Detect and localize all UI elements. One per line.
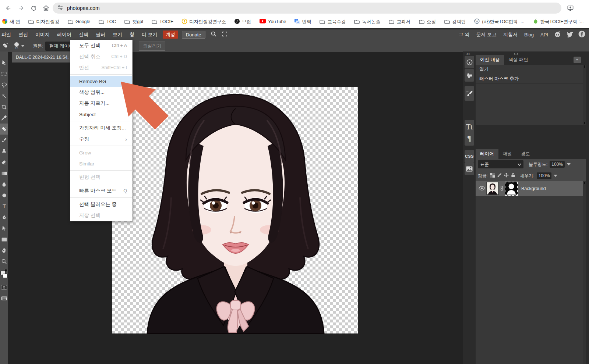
menu-window[interactable]: 창 [126, 29, 138, 40]
shape-tool[interactable] [0, 234, 8, 245]
css-panel-button[interactable]: CSS [465, 150, 474, 163]
menu-item-invert[interactable]: 반전Shift+Ctrl + I [70, 62, 132, 73]
menu-edit[interactable]: 편집 [15, 29, 32, 40]
layer-visibility-icon[interactable] [479, 186, 485, 192]
bookmark-folder[interactable]: 독서논술 [354, 19, 380, 25]
info-panel-button[interactable] [465, 56, 474, 68]
history-panel-menu-icon[interactable]: ≡ [574, 57, 581, 63]
revert-button[interactable]: 되살리기 [139, 42, 165, 51]
document-tab[interactable]: DALL·E 2024-02-21 16.54. [12, 52, 73, 63]
tab-paths[interactable]: 경로 [516, 149, 535, 159]
bookmark-item[interactable]: 브런 [234, 19, 251, 25]
menu-other[interactable]: 그 외 [455, 31, 473, 38]
menu-item-subject[interactable]: Subject [70, 109, 132, 120]
history-entry[interactable]: 래스터 마스크 추가 [476, 74, 586, 84]
text-panels-button[interactable]: Tt ¶ [465, 120, 474, 146]
brush-size-caret-icon[interactable] [21, 45, 25, 47]
search-icon[interactable] [211, 31, 217, 38]
zoom-tool[interactable] [0, 256, 8, 267]
bookmark-folder[interactable]: 디자인씽킹 [28, 19, 59, 25]
dodge-tool[interactable] [0, 190, 8, 201]
bookmark-item[interactable]: W (사)한국TOC협회 -... [474, 18, 524, 25]
hand-tool[interactable] [0, 245, 8, 256]
menu-item-refine-edge[interactable]: 가장자리 미세 조정... [70, 122, 132, 133]
history-entry[interactable]: 열기 [476, 65, 586, 74]
menu-report[interactable]: 문제 보고 [473, 31, 500, 38]
save-to-device-icon[interactable] [564, 2, 576, 14]
bookmark-item[interactable]: YouTube [260, 19, 286, 25]
eyedropper-tool[interactable] [0, 113, 8, 124]
bookmark-folder[interactable]: TOCfE [152, 19, 173, 24]
url-text[interactable]: photopea.com [67, 5, 100, 11]
layer-thumbnail[interactable] [487, 182, 498, 196]
fill-caret-icon[interactable] [554, 175, 557, 177]
layer-name[interactable]: Background [521, 186, 546, 191]
bookmark-folder[interactable]: Google [68, 19, 90, 24]
canvas[interactable] [112, 87, 358, 333]
facebook-icon[interactable] [578, 31, 585, 39]
layer-mask-thumbnail[interactable] [505, 182, 518, 196]
menu-api[interactable]: API [537, 32, 551, 38]
screenshot-icon[interactable] [0, 282, 8, 293]
gradient-tool[interactable] [0, 168, 8, 179]
donate-button[interactable]: Donate [182, 31, 205, 39]
menu-view[interactable]: 보기 [109, 29, 126, 40]
site-info-icon[interactable] [57, 4, 63, 12]
opacity-caret-icon[interactable] [567, 163, 571, 165]
menu-item-deselect[interactable]: 선택 취소Ctrl + D [70, 51, 132, 62]
bookmark-item[interactable]: 한국TOCfE연구회 :... [533, 18, 584, 25]
edit-brush-panel-button[interactable] [465, 86, 474, 101]
crop-tool[interactable] [0, 101, 8, 113]
magic-wand-tool[interactable] [0, 90, 8, 101]
bookmark-folder[interactable]: 교육수강 [320, 19, 346, 25]
lock-all-icon[interactable] [511, 173, 515, 179]
tab-history[interactable]: 이전 내용 [476, 55, 504, 65]
character-panel-icon[interactable]: Tt [466, 123, 473, 131]
fill-value[interactable]: 100% [537, 172, 552, 179]
adjustments-panel-button[interactable] [465, 69, 474, 82]
tab-layers[interactable]: 레이어 [476, 149, 498, 159]
path-select-tool[interactable] [0, 223, 8, 234]
bookmark-item[interactable]: 새 탭 [2, 19, 20, 25]
image-panel-button[interactable] [465, 163, 474, 175]
brush-size-widget[interactable]: 15 [14, 42, 20, 50]
opacity-value[interactable]: 100% [550, 161, 565, 168]
bookmark-folder[interactable]: 강의팁 [444, 19, 466, 25]
history-scrollbar[interactable] [583, 65, 586, 125]
menu-item-color-range[interactable]: 색상 범위... [70, 87, 132, 98]
menu-item-save-selection[interactable]: 저장 선택 [70, 210, 132, 221]
tab-channels[interactable]: 채널 [498, 149, 516, 159]
menu-file[interactable]: 파일 [0, 29, 15, 40]
menu-item-transform-selection[interactable]: 변형 선택 [70, 172, 132, 183]
menu-filter[interactable]: 필터 [92, 29, 109, 40]
color-swatches[interactable] [0, 267, 8, 282]
blend-mode-select[interactable]: 표준 [478, 160, 523, 168]
account-button[interactable]: 계정 [163, 31, 178, 39]
lock-position-icon[interactable] [504, 173, 509, 179]
type-tool[interactable]: T [0, 201, 8, 212]
menu-more[interactable]: 더 보기 [138, 29, 161, 40]
lock-pixels-icon[interactable] [497, 173, 502, 179]
keyboard-icon[interactable] [0, 293, 8, 304]
menu-item-load-selection[interactable]: 선택 불러오는 중 [70, 199, 132, 210]
clone-stamp-tool[interactable] [0, 146, 8, 157]
layers-scrollbar[interactable] [583, 181, 586, 364]
menu-item-similar[interactable]: Similar [70, 158, 132, 169]
menu-manual[interactable]: 지침서 [500, 31, 521, 38]
menu-image[interactable]: 이미지 [32, 29, 53, 40]
eraser-tool[interactable] [0, 157, 8, 168]
paragraph-panel-icon[interactable]: ¶ [468, 133, 471, 143]
marquee-select-tool[interactable] [0, 68, 8, 79]
forward-icon[interactable] [15, 2, 27, 14]
layer-mask-link-icon[interactable] [500, 186, 504, 192]
bookmark-folder[interactable]: 쇼핑 [419, 19, 436, 25]
menu-item-remove-bg[interactable]: Remove BG [70, 76, 132, 87]
bookmark-folder[interactable]: 챗gpt [124, 19, 143, 25]
menu-item-grow[interactable]: Grow [70, 147, 132, 158]
bookmark-item[interactable]: 文A 번역 [294, 19, 311, 25]
reload-icon[interactable] [27, 2, 40, 14]
spot-healing-tool[interactable] [0, 124, 8, 135]
tab-color-patterns[interactable]: 색상 패턴 [504, 55, 532, 65]
layer-row-background[interactable]: Background [476, 181, 586, 196]
menu-item-quick-mask[interactable]: 빠른 마스크 모드Q [70, 185, 132, 196]
